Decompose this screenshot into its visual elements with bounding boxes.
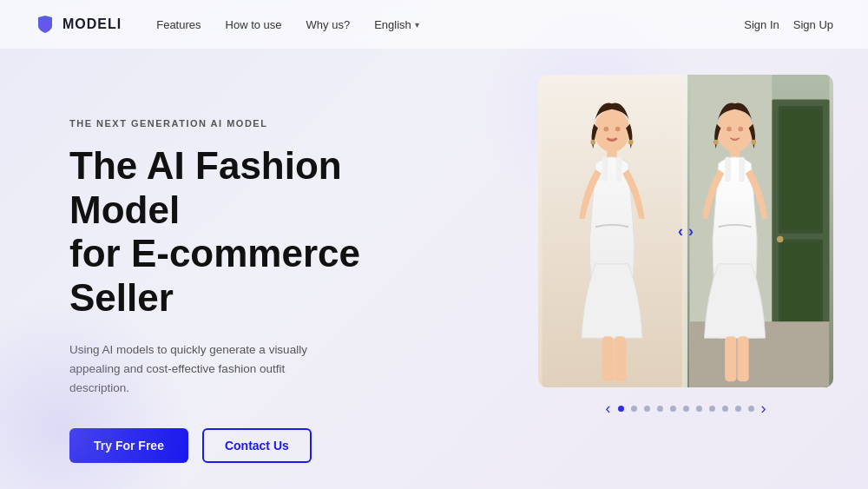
nav-links: Features How to use Why us? English ▾	[156, 18, 744, 31]
carousel-dot-6[interactable]	[683, 406, 689, 412]
hero-section: THE NEXT GENERATION AI MODEL The AI Fash…	[0, 49, 868, 489]
svg-point-26	[727, 127, 732, 132]
nav-why-us[interactable]: Why us?	[306, 18, 351, 31]
svg-rect-25	[737, 336, 748, 381]
svg-point-8	[615, 127, 621, 132]
nav-language[interactable]: English ▾	[374, 18, 419, 31]
hero-buttons: Try For Free Contact Us	[69, 428, 460, 463]
navbar: MODELI Features How to use Why us? Engli…	[0, 0, 868, 49]
nav-how-to-use[interactable]: How to use	[226, 18, 282, 31]
svg-point-1	[594, 109, 630, 152]
svg-point-27	[738, 127, 743, 132]
svg-rect-24	[725, 336, 736, 381]
carousel-dot-3[interactable]	[644, 406, 650, 412]
compare-left-icon: ‹	[678, 222, 683, 241]
carousel-dot-5[interactable]	[670, 406, 676, 412]
svg-rect-3	[602, 157, 608, 182]
sign-in-button[interactable]: Sign In	[744, 18, 779, 31]
image-after	[686, 75, 833, 387]
svg-point-20	[717, 109, 753, 152]
hero-image-area: ‹ › ‹ ›	[538, 75, 833, 418]
compare-arrows[interactable]: ‹ ›	[678, 222, 694, 241]
contact-us-button[interactable]: Contact Us	[202, 428, 312, 463]
compare-right-icon: ›	[688, 222, 694, 241]
svg-rect-6	[615, 336, 626, 381]
svg-point-10	[628, 140, 634, 145]
nav-right: Sign In Sign Up	[744, 18, 833, 31]
brand-name: MODELI	[62, 17, 122, 32]
nav-features[interactable]: Features	[156, 18, 201, 31]
chevron-down-icon: ▾	[415, 20, 419, 30]
hero-title: The AI Fashion Model for E-commerce Sell…	[69, 144, 460, 320]
sign-up-button[interactable]: Sign Up	[793, 18, 833, 31]
svg-rect-22	[725, 157, 731, 182]
carousel-dot-4[interactable]	[657, 406, 663, 412]
svg-point-17	[777, 236, 784, 243]
carousel-prev-button[interactable]: ‹	[606, 400, 611, 418]
image-before	[538, 75, 686, 387]
logo[interactable]: MODELI	[35, 14, 122, 35]
carousel-next-button[interactable]: ›	[761, 400, 766, 418]
carousel-dot-11[interactable]	[748, 406, 754, 412]
svg-point-9	[590, 140, 595, 145]
svg-rect-15	[782, 109, 820, 228]
carousel-dot-9[interactable]	[722, 406, 728, 412]
svg-rect-5	[602, 336, 614, 381]
svg-point-29	[752, 140, 757, 145]
svg-rect-4	[616, 157, 622, 182]
carousel-dot-10[interactable]	[735, 406, 741, 412]
image-carousel: ‹ ›	[538, 75, 833, 387]
hero-eyebrow: THE NEXT GENERATION AI MODEL	[69, 118, 460, 129]
carousel-nav: ‹ ›	[538, 400, 833, 418]
try-free-button[interactable]: Try For Free	[69, 428, 188, 463]
carousel-dot-7[interactable]	[696, 406, 702, 412]
hero-content: THE NEXT GENERATION AI MODEL The AI Fash…	[69, 101, 460, 463]
carousel-dot-1[interactable]	[618, 406, 624, 412]
carousel-dot-8[interactable]	[709, 406, 715, 412]
svg-point-7	[604, 127, 609, 132]
hero-description: Using AI models to quickly generate a vi…	[69, 340, 347, 397]
svg-rect-23	[739, 157, 745, 182]
svg-point-28	[713, 140, 719, 145]
carousel-dot-2[interactable]	[631, 406, 637, 412]
logo-icon	[35, 14, 56, 35]
